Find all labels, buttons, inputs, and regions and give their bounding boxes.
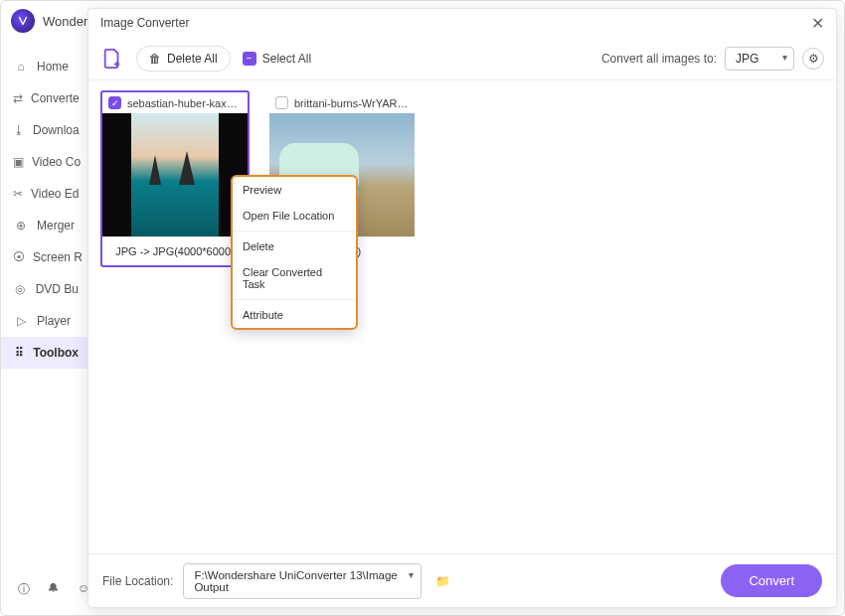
format-current: JPG	[736, 52, 759, 66]
sidebar-item-label: Merger	[37, 219, 75, 232]
select-all-checkbox-icon: −	[243, 52, 256, 66]
sidebar-item-merger[interactable]: ⊕Merger	[1, 210, 90, 241]
sidebar-item-video-editor[interactable]: ✂Video Ed	[1, 178, 90, 210]
sidebar-item-screen-recorder[interactable]: ⦿Screen R	[1, 241, 90, 273]
ctx-open-file-location[interactable]: Open File Location	[233, 203, 356, 229]
trash-icon: 🗑	[149, 52, 161, 66]
download-icon: ⭳	[13, 123, 25, 137]
select-all-button[interactable]: − Select All	[243, 52, 311, 66]
sidebar-item-label: Player	[37, 314, 71, 328]
sidebar-item-video-compressor[interactable]: ▣Video Co	[1, 146, 90, 178]
modal-toolbar: 🗑 Delete All − Select All Convert all im…	[88, 37, 836, 80]
ctx-delete[interactable]: Delete	[233, 233, 356, 259]
open-folder-button[interactable]: 📁	[431, 570, 453, 592]
file-location-select[interactable]: F:\Wondershare UniConverter 13\Image Out…	[183, 563, 422, 599]
context-menu: Preview Open File Location Delete Clear …	[231, 175, 358, 330]
home-icon: ⌂	[13, 60, 29, 74]
image-card-header: brittani-burns-WrYAR-yD...	[269, 92, 415, 113]
disc-icon: ◎	[13, 282, 28, 296]
modal-title: Image Converter	[100, 16, 189, 30]
sidebar-item-label: Screen R	[33, 250, 83, 264]
help-icon[interactable]: ⓘ	[18, 581, 30, 598]
image-filename: sebastian-huber-kax6gD...	[127, 97, 242, 109]
sidebar-item-toolbox[interactable]: ⠿Toolbox	[1, 337, 90, 369]
sidebar-item-label: Toolbox	[33, 346, 79, 360]
sidebar-item-label: Home	[37, 60, 69, 74]
sidebar-item-label: Downloa	[33, 123, 80, 137]
folder-icon: 📁	[435, 574, 450, 588]
sidebar-item-label: DVD Bu	[36, 282, 79, 296]
convert-icon: ⇄	[13, 91, 23, 105]
image-thumbnail	[102, 113, 248, 236]
convert-to-label: Convert all images to:	[601, 52, 717, 66]
sidebar: ⌂Home ⇄Converte ⭳Downloa ▣Video Co ✂Vide…	[1, 41, 90, 615]
sidebar-item-dvd-burner[interactable]: ◎DVD Bu	[1, 273, 90, 305]
toolbar-right: Convert all images to: JPG ⚙	[601, 47, 824, 71]
file-location-value: F:\Wondershare UniConverter 13\Image Out…	[194, 569, 397, 593]
sidebar-item-downloader[interactable]: ⭳Downloa	[1, 114, 90, 146]
convert-label: Convert	[749, 573, 794, 588]
modal-body: ✓ sebastian-huber-kax6gD... JPG -> JPG(4…	[88, 80, 836, 553]
settings-button[interactable]: ⚙	[802, 48, 824, 70]
record-icon: ⦿	[13, 250, 25, 264]
ctx-separator	[233, 231, 356, 231]
format-select[interactable]: JPG	[725, 47, 794, 71]
app-logo	[11, 9, 35, 33]
sidebar-item-label: Video Ed	[31, 187, 80, 201]
modal-footer: File Location: F:\Wondershare UniConvert…	[88, 553, 836, 607]
ctx-clear-converted[interactable]: Clear Converted Task	[233, 259, 356, 297]
delete-all-button[interactable]: 🗑 Delete All	[136, 46, 231, 72]
gear-icon: ⚙	[808, 52, 819, 66]
close-icon[interactable]: ✕	[811, 14, 824, 33]
play-icon: ▷	[13, 314, 29, 328]
image-checkbox[interactable]	[275, 96, 288, 109]
scissors-icon: ✂	[13, 187, 23, 201]
ctx-separator	[233, 299, 356, 300]
image-converter-modal: Image Converter ✕ 🗑 Delete All − Select …	[87, 8, 837, 608]
select-all-label: Select All	[262, 52, 311, 66]
bottom-icons: ⓘ 🔔︎ ☺	[18, 581, 89, 598]
app-name: Wonder	[43, 14, 87, 29]
image-filename: brittani-burns-WrYAR-yD...	[294, 97, 409, 109]
ctx-preview[interactable]: Preview	[233, 177, 356, 203]
image-checkbox[interactable]: ✓	[108, 96, 121, 109]
sidebar-item-label: Converte	[31, 91, 80, 105]
delete-all-label: Delete All	[167, 52, 218, 66]
image-card-header: ✓ sebastian-huber-kax6gD...	[102, 92, 248, 113]
sidebar-item-player[interactable]: ▷Player	[1, 305, 90, 337]
sidebar-item-home[interactable]: ⌂Home	[1, 51, 90, 82]
bell-icon[interactable]: 🔔︎	[48, 581, 60, 598]
video-icon: ▣	[13, 155, 24, 169]
sidebar-item-label: Video Co	[32, 155, 81, 169]
grid-icon: ⠿	[13, 346, 25, 360]
image-card[interactable]: ✓ sebastian-huber-kax6gD... JPG -> JPG(4…	[100, 90, 250, 267]
add-file-icon[interactable]	[100, 47, 124, 71]
merge-icon: ⊕	[13, 219, 29, 232]
ctx-attribute[interactable]: Attribute	[233, 302, 356, 328]
image-meta: JPG -> JPG(4000*6000)	[102, 236, 248, 265]
sidebar-item-converter[interactable]: ⇄Converte	[1, 82, 90, 114]
modal-header: Image Converter ✕	[88, 9, 836, 37]
convert-button[interactable]: Convert	[721, 564, 822, 597]
file-location-label: File Location:	[102, 574, 173, 588]
